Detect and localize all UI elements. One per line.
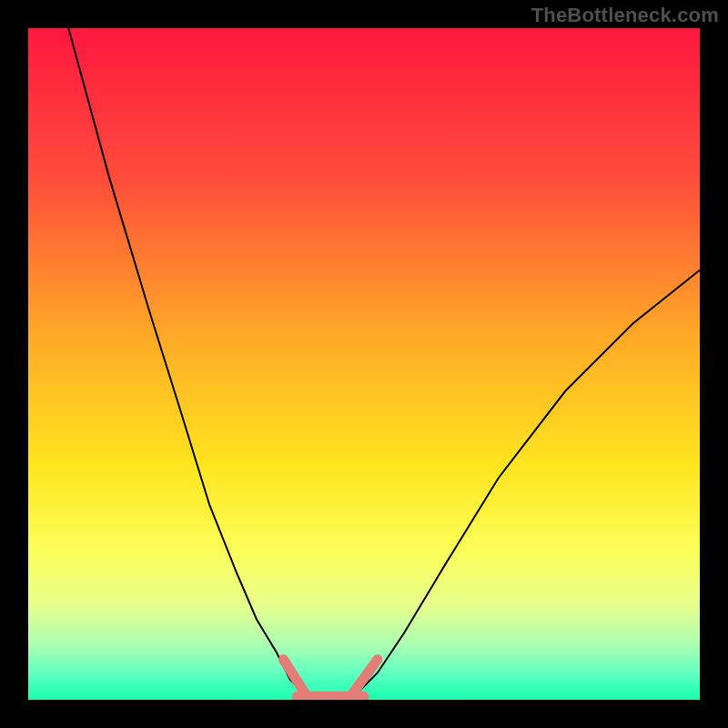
watermark-text: TheBottleneck.com (531, 4, 719, 27)
plot-background (28, 28, 700, 700)
chart-frame: TheBottleneck.com (0, 0, 728, 728)
bottleneck-chart (0, 0, 728, 728)
